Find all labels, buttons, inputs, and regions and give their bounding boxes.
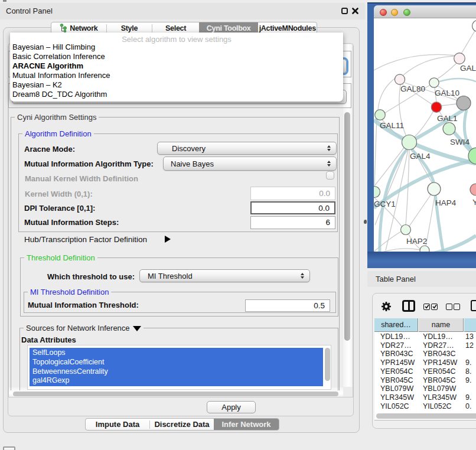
- svg-text:GAL80: GAL80: [400, 84, 425, 93]
- svg-text:GAL10: GAL10: [435, 89, 459, 97]
- svg-text:GAL1: GAL1: [437, 114, 458, 123]
- svg-text:GAL7: GAL7: [460, 64, 476, 73]
- svg-text:GCY1: GCY1: [374, 200, 396, 208]
- svg-text:GAL4: GAL4: [410, 152, 431, 161]
- svg-text:HAP4: HAP4: [435, 198, 457, 207]
- svg-text:HAP2: HAP2: [406, 237, 427, 246]
- svg-text:GAL11: GAL11: [380, 121, 404, 130]
- svg-text:Y: Y: [472, 198, 476, 207]
- svg-text:SWI4: SWI4: [450, 138, 470, 146]
